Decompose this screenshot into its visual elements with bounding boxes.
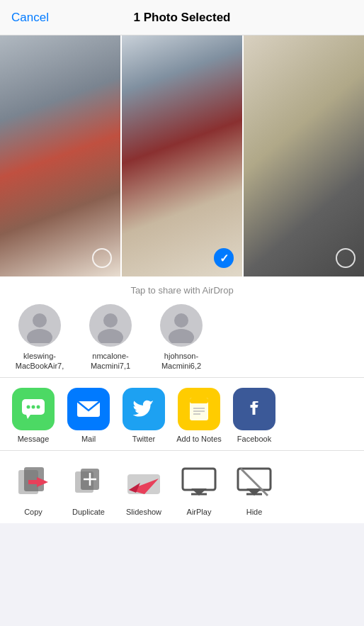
airdrop-name-1: nmcalone-Macmini7,1 — [82, 351, 139, 371]
duplicate-icon — [69, 463, 108, 501]
message-bubble-icon — [21, 396, 46, 422]
photo-item-3[interactable] — [244, 35, 364, 276]
photo-check-3[interactable] — [336, 248, 356, 268]
airplay-icon — [180, 463, 218, 501]
facebook-icon — [233, 388, 275, 430]
share-label-mail: Mail — [81, 435, 96, 443]
action-label-hide: Hide — [246, 508, 263, 516]
share-item-mail[interactable]: Mail — [64, 388, 113, 443]
svg-rect-28 — [183, 469, 215, 490]
photo-grid — [0, 35, 364, 276]
share-label-notes: Add to Notes — [176, 435, 222, 443]
share-label-facebook: Facebook — [237, 435, 271, 443]
share-items: Message Mail Twitter — [0, 388, 364, 443]
airdrop-contact-2[interactable]: hjohnson-Macmini6,2 — [153, 304, 210, 371]
notes-lines-icon — [186, 396, 212, 422]
photo-check-2[interactable] — [214, 248, 234, 268]
header: Cancel 1 Photo Selected — [0, 0, 364, 35]
airdrop-contact-1[interactable]: nmcalone-Macmini7,1 — [82, 304, 139, 371]
person-icon-2 — [164, 308, 199, 343]
svg-rect-20 — [28, 480, 41, 484]
mail-icon — [67, 388, 110, 430]
airdrop-avatar-0 — [18, 304, 61, 347]
action-item-copy[interactable]: Copy — [8, 461, 58, 516]
hide-icon — [235, 463, 273, 501]
slideshow-icon — [125, 463, 163, 501]
share-label-message: Message — [18, 435, 50, 443]
svg-point-4 — [174, 313, 188, 328]
airplay-icon-box — [178, 461, 220, 503]
photo-check-1[interactable] — [92, 248, 112, 268]
share-item-notes[interactable]: Add to Notes — [174, 388, 224, 443]
action-item-slideshow[interactable]: Slideshow — [119, 461, 169, 516]
photo-item-1[interactable] — [0, 35, 122, 276]
duplicate-icon-box — [67, 461, 110, 503]
svg-point-5 — [169, 329, 194, 343]
action-item-duplicate[interactable]: Duplicate — [64, 461, 113, 516]
copy-icon-box — [12, 461, 55, 503]
svg-point-8 — [27, 405, 30, 408]
slideshow-icon-box — [123, 461, 165, 503]
page-title: 1 Photo Selected — [134, 11, 231, 25]
svg-rect-13 — [190, 398, 208, 403]
svg-point-2 — [103, 313, 118, 328]
share-row: Message Mail Twitter — [0, 378, 364, 451]
action-label-duplicate: Duplicate — [72, 508, 105, 516]
facebook-f-icon — [241, 396, 267, 422]
svg-point-10 — [37, 405, 40, 408]
copy-icon — [14, 463, 52, 501]
svg-point-3 — [98, 329, 123, 343]
share-item-facebook[interactable]: Facebook — [229, 388, 279, 443]
airdrop-title: Tap to share with AirDrop — [0, 285, 364, 296]
airdrop-contacts: kleswing-MacBookAir7, nmcalone-Macmini7,… — [0, 304, 364, 371]
airdrop-name-0: kleswing-MacBookAir7, — [11, 351, 68, 371]
action-item-airplay[interactable]: AirPlay — [174, 461, 224, 516]
airdrop-contact-0[interactable]: kleswing-MacBookAir7, — [11, 304, 68, 371]
action-label-airplay: AirPlay — [187, 508, 212, 516]
share-label-twitter: Twitter — [132, 435, 155, 443]
airdrop-avatar-2 — [160, 304, 203, 347]
cancel-button[interactable]: Cancel — [11, 11, 49, 25]
mail-envelope-icon — [76, 396, 101, 422]
airdrop-avatar-1 — [89, 304, 132, 347]
hide-icon-box — [233, 461, 275, 503]
message-icon — [12, 388, 55, 430]
share-item-message[interactable]: Message — [8, 388, 58, 443]
action-item-hide[interactable]: Hide — [229, 461, 279, 516]
person-icon-0 — [22, 308, 57, 343]
action-label-copy: Copy — [24, 508, 42, 516]
action-items: Copy Duplicate — [0, 461, 364, 516]
action-label-slideshow: Slideshow — [126, 508, 161, 516]
photo-item-2[interactable] — [122, 35, 244, 276]
action-row: Copy Duplicate — [0, 451, 364, 523]
svg-point-0 — [33, 313, 47, 328]
svg-point-9 — [32, 405, 35, 408]
svg-point-1 — [27, 329, 52, 343]
twitter-bird-icon — [131, 396, 157, 422]
airdrop-section: Tap to share with AirDrop kleswing-MacBo… — [0, 276, 364, 378]
svg-marker-7 — [26, 415, 30, 419]
airdrop-name-2: hjohnson-Macmini6,2 — [153, 351, 210, 371]
twitter-icon — [123, 388, 165, 430]
person-icon-1 — [93, 308, 128, 343]
notes-icon — [178, 388, 220, 430]
share-item-twitter[interactable]: Twitter — [119, 388, 169, 443]
